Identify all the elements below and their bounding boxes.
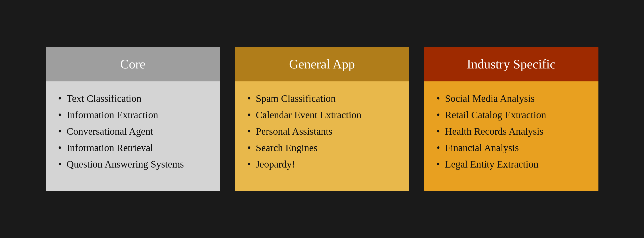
list-item: Question Answering Systems [58,157,208,172]
list-item: Conversational Agent [58,124,208,139]
main-container: Core Text Classification Information Ext… [31,32,614,206]
core-card-body: Text Classification Information Extracti… [46,82,220,191]
list-item: Text Classification [58,91,208,106]
core-card-title: Core [120,57,146,72]
general-app-card-title: General App [289,57,355,72]
general-app-card: General App Spam Classification Calendar… [235,47,409,191]
list-item: Retail Catalog Extraction [437,108,586,122]
general-app-card-body: Spam Classification Calendar Event Extra… [235,82,409,191]
list-item: Information Retrieval [58,141,208,155]
industry-specific-card: Industry Specific Social Media Analysis … [424,47,598,191]
general-app-card-list: Spam Classification Calendar Event Extra… [248,91,397,172]
industry-specific-card-body: Social Media Analysis Retail Catalog Ext… [424,82,598,191]
list-item: Social Media Analysis [437,91,586,106]
industry-specific-card-list: Social Media Analysis Retail Catalog Ext… [437,91,586,172]
list-item: Financial Analysis [437,141,586,155]
general-app-card-header: General App [235,47,409,82]
list-item: Jeopardy! [248,157,397,172]
list-item: Personal Assistants [248,124,397,139]
industry-specific-card-header: Industry Specific [424,47,598,82]
core-card-header: Core [46,47,220,82]
list-item: Spam Classification [248,91,397,106]
core-card: Core Text Classification Information Ext… [46,47,220,191]
list-item: Search Engines [248,141,397,155]
core-card-list: Text Classification Information Extracti… [58,91,208,172]
list-item: Legal Entity Extraction [437,157,586,172]
industry-specific-card-title: Industry Specific [467,57,556,72]
list-item: Calendar Event Extraction [248,108,397,122]
list-item: Health Records Analysis [437,124,586,139]
list-item: Information Extraction [58,108,208,122]
